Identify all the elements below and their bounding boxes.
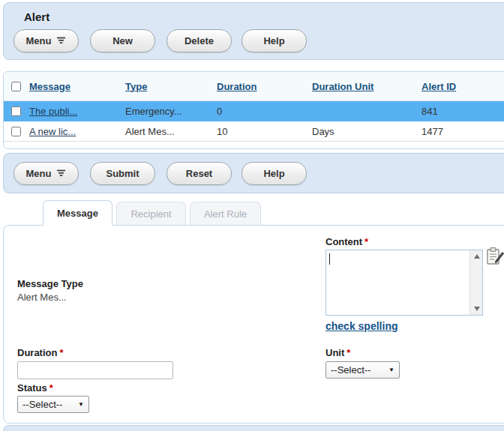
- row-duration-unit: Days: [312, 121, 334, 141]
- menu-button-label: Menu: [26, 168, 52, 179]
- chevron-down-icon: ▼: [388, 367, 394, 373]
- duration-label: Duration*: [17, 347, 64, 358]
- chevron-down-icon: ▼: [78, 401, 84, 408]
- tab-message[interactable]: Message: [43, 200, 112, 226]
- status-select[interactable]: --Select-- ▼: [17, 396, 89, 413]
- row-alert-id: 1477: [422, 121, 443, 141]
- row-duration: 10: [217, 121, 227, 141]
- unit-select[interactable]: --Select-- ▼: [326, 361, 400, 379]
- table-row[interactable]: A new lic... Alert Mes... 10 Days 1477: [4, 121, 504, 142]
- unit-label: Unit*: [326, 347, 350, 358]
- rich-text-editor-icon[interactable]: [486, 247, 504, 266]
- row-checkbox[interactable]: [11, 127, 21, 136]
- row-duration: 0: [217, 101, 222, 121]
- help-button-top[interactable]: Help: [242, 29, 307, 52]
- menu-dropdown-icon: [56, 168, 66, 179]
- new-button[interactable]: New: [90, 29, 155, 52]
- column-header-alert-id[interactable]: Alert ID: [422, 72, 456, 100]
- status-select-value: --Select--: [22, 399, 62, 410]
- menu-button-form[interactable]: Menu: [14, 162, 79, 185]
- row-message-link[interactable]: A new lic...: [29, 121, 76, 141]
- scroll-down-icon[interactable]: [470, 303, 483, 315]
- text-caret: [329, 253, 330, 265]
- menu-button-top[interactable]: Menu: [14, 29, 79, 52]
- row-checkbox[interactable]: [11, 106, 21, 116]
- required-marker: *: [346, 347, 350, 358]
- help-button-form[interactable]: Help: [242, 162, 307, 185]
- content-textarea[interactable]: [326, 250, 483, 316]
- menu-button-label: Menu: [26, 35, 52, 46]
- tab-recipient[interactable]: Recipient: [116, 202, 186, 225]
- required-marker: *: [50, 382, 53, 394]
- top-toolbar-panel: Alert Menu New Delete Help: [3, 2, 504, 60]
- row-message-link[interactable]: The publi...: [29, 101, 77, 121]
- message-type-value: Alert Mes...: [17, 292, 67, 303]
- required-marker: *: [59, 347, 63, 358]
- table-row-selected[interactable]: The publi... Emergency... 0 841: [4, 101, 504, 121]
- table-header-row: Message Type Duration Duration Unit Aler…: [4, 72, 504, 101]
- page-title: Alert: [24, 10, 50, 23]
- required-marker: *: [364, 236, 368, 247]
- column-header-message[interactable]: Message: [29, 72, 70, 100]
- message-tab-panel: Content* check spelling: [3, 225, 504, 424]
- content-label: Content*: [326, 236, 368, 247]
- unit-select-value: --Select--: [331, 364, 370, 376]
- column-header-duration-unit[interactable]: Duration Unit: [312, 72, 374, 100]
- submit-button[interactable]: Submit: [90, 162, 155, 185]
- alerts-table: Message Type Duration Duration Unit Aler…: [3, 71, 504, 149]
- form-toolbar-panel: Menu Submit Reset Help: [3, 153, 504, 193]
- duration-input[interactable]: [17, 361, 173, 379]
- bottom-panel-strip: [3, 425, 504, 431]
- column-header-duration[interactable]: Duration: [217, 72, 256, 100]
- reset-button[interactable]: Reset: [166, 162, 232, 185]
- column-header-type[interactable]: Type: [125, 72, 147, 100]
- row-type: Alert Mes...: [125, 121, 175, 141]
- content-scrollbar[interactable]: [470, 250, 482, 315]
- row-alert-id: 841: [422, 101, 438, 121]
- menu-dropdown-icon: [56, 35, 66, 46]
- check-spelling-link[interactable]: check spelling: [326, 320, 398, 332]
- scroll-up-icon[interactable]: [470, 250, 483, 262]
- row-type: Emergency...: [125, 101, 182, 121]
- tab-alert-rule[interactable]: Alert Rule: [190, 202, 261, 225]
- delete-button[interactable]: Delete: [166, 29, 232, 52]
- select-all-checkbox[interactable]: [11, 82, 21, 91]
- status-label: Status*: [17, 382, 53, 394]
- message-type-label: Message Type: [17, 278, 83, 289]
- alert-module-screen: Alert Menu New Delete Help Message Type …: [0, 0, 504, 431]
